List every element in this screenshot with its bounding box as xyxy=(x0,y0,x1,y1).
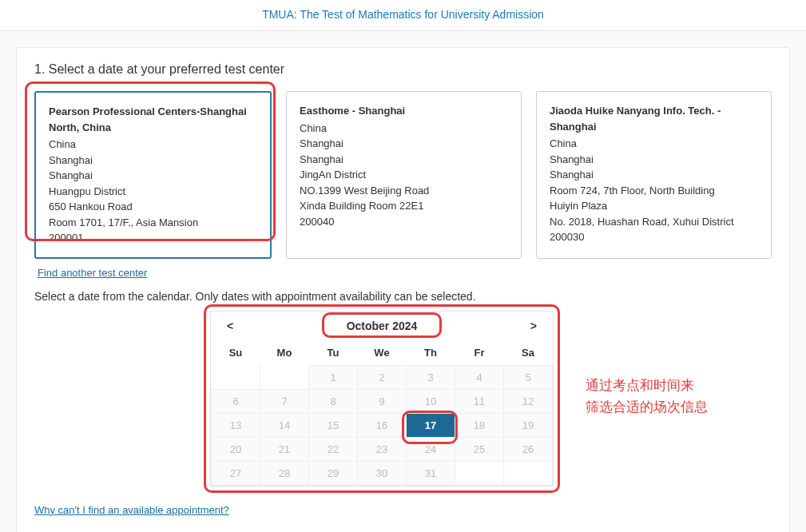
calendar-day: 26 xyxy=(504,437,553,461)
calendar-day: 19 xyxy=(504,413,553,437)
calendar-day: 21 xyxy=(260,437,309,461)
calendar-day: 31 xyxy=(407,461,455,485)
calendar-day: 13 xyxy=(212,413,260,437)
calendar-day: 10 xyxy=(407,389,455,413)
calendar-prev-button[interactable]: < xyxy=(220,320,240,332)
calendar-day: 9 xyxy=(358,389,407,413)
calendar-next-button[interactable]: > xyxy=(524,320,543,332)
test-center-name: Pearson Professional Centers-Shanghai No… xyxy=(49,104,257,135)
main-card: 1. Select a date at your preferred test … xyxy=(16,47,790,532)
calendar-month-label: October 2024 xyxy=(347,320,418,332)
calendar-weekday: Tu xyxy=(309,340,358,366)
test-center-line: 200030 xyxy=(550,229,758,245)
calendar-empty-cell xyxy=(455,461,504,485)
header: TMUA: The Test of Mathematics for Univer… xyxy=(0,0,806,31)
find-another-center-link[interactable]: Find another test center xyxy=(38,267,147,279)
calendar-wrap: < October 2024 > SuMoTuWeThFrSa 12345678… xyxy=(210,311,554,486)
calendar-day[interactable]: 17 xyxy=(407,413,455,437)
calendar-day: 1 xyxy=(309,365,358,389)
calendar-day: 2 xyxy=(358,365,407,389)
exam-title-link[interactable]: TMUA: The Test of Mathematics for Univer… xyxy=(262,8,544,21)
calendar-empty-cell xyxy=(504,461,553,485)
calendar-day: 29 xyxy=(309,461,358,485)
calendar-day: 12 xyxy=(504,389,553,413)
calendar-day: 11 xyxy=(455,389,504,413)
test-center-line: Room 724, 7th Floor, North Building xyxy=(550,183,758,199)
calendar-day: 20 xyxy=(212,437,260,461)
test-center-card[interactable]: Jiaoda Huike Nanyang Info. Tech. - Shang… xyxy=(536,91,772,259)
test-center-line: China xyxy=(550,136,758,152)
test-center-line: 200001 xyxy=(49,230,257,246)
test-center-line: Room 1701, 17/F., Asia Mansion xyxy=(49,215,257,231)
test-center-line: Shanghai xyxy=(300,136,508,152)
calendar-day: 16 xyxy=(358,413,407,437)
calendar: < October 2024 > SuMoTuWeThFrSa 12345678… xyxy=(210,311,554,486)
calendar-day: 28 xyxy=(260,461,309,485)
calendar-weekday: Su xyxy=(212,340,260,366)
calendar-header: < October 2024 > xyxy=(211,312,553,340)
calendar-instruction: Select a date from the calendar. Only da… xyxy=(34,290,772,303)
calendar-day: 22 xyxy=(309,437,358,461)
test-center-line: NO.1399 West Beijing Road xyxy=(300,183,508,199)
test-center-line: Shanghai xyxy=(300,152,508,168)
calendar-weekday: Sa xyxy=(504,340,553,366)
calendar-weekday: Th xyxy=(407,340,455,366)
calendar-day: 6 xyxy=(212,389,260,413)
calendar-day: 5 xyxy=(504,365,553,389)
section-heading: 1. Select a date at your preferred test … xyxy=(34,62,772,77)
calendar-weekday: Fr xyxy=(455,340,504,366)
calendar-day: 3 xyxy=(407,365,455,389)
calendar-day: 27 xyxy=(212,461,260,485)
why-unavailable-link[interactable]: Why can't I find an available appointmen… xyxy=(34,504,229,516)
calendar-day: 14 xyxy=(260,413,309,437)
test-center-line: China xyxy=(49,137,257,153)
calendar-day: 8 xyxy=(309,389,358,413)
calendar-day: 18 xyxy=(455,413,504,437)
test-center-card[interactable]: Pearson Professional Centers-Shanghai No… xyxy=(34,91,272,259)
calendar-day: 30 xyxy=(358,461,407,485)
test-center-line: Xinda Building Room 22E1 xyxy=(300,198,508,214)
test-center-name: Jiaoda Huike Nanyang Info. Tech. - Shang… xyxy=(550,103,758,134)
calendar-day: 23 xyxy=(358,437,407,461)
annotation-line1: 通过考点和时间来 xyxy=(586,375,761,396)
test-center-card[interactable]: Easthome - ShanghaiChinaShanghaiShanghai… xyxy=(286,91,522,259)
test-center-line: 650 Hankou Road xyxy=(49,199,257,215)
calendar-empty-cell xyxy=(260,365,309,389)
test-centers-wrap: Pearson Professional Centers-Shanghai No… xyxy=(34,91,772,259)
calendar-day: 7 xyxy=(260,389,309,413)
calendar-day: 25 xyxy=(455,437,504,461)
test-center-line: Shanghai xyxy=(550,167,758,183)
test-center-line: Shanghai xyxy=(49,168,257,184)
test-center-line: JingAn District xyxy=(300,167,508,183)
test-center-line: Huangpu District xyxy=(49,184,257,200)
calendar-day: 4 xyxy=(455,365,504,389)
annotation-text: 通过考点和时间来 筛选合适的场次信息 xyxy=(586,375,761,418)
calendar-day: 15 xyxy=(309,413,358,437)
test-center-line: Shanghai xyxy=(550,152,758,168)
test-center-name: Easthome - Shanghai xyxy=(300,103,508,119)
test-center-line: No. 2018, Huashan Road, Xuhui District xyxy=(550,214,758,230)
test-center-line: 200040 xyxy=(300,214,508,230)
calendar-weekday: We xyxy=(358,340,407,366)
annotation-line2: 筛选合适的场次信息 xyxy=(586,396,761,418)
calendar-day: 24 xyxy=(407,437,455,461)
calendar-weekday: Mo xyxy=(260,340,309,366)
test-center-line: Huiyin Plaza xyxy=(550,198,758,214)
calendar-grid: SuMoTuWeThFrSa 1234567891011121314151617… xyxy=(211,340,553,486)
test-center-line: China xyxy=(300,121,508,137)
calendar-empty-cell xyxy=(212,365,260,389)
test-centers-row: Pearson Professional Centers-Shanghai No… xyxy=(34,91,772,259)
test-center-line: Shanghai xyxy=(49,153,257,169)
